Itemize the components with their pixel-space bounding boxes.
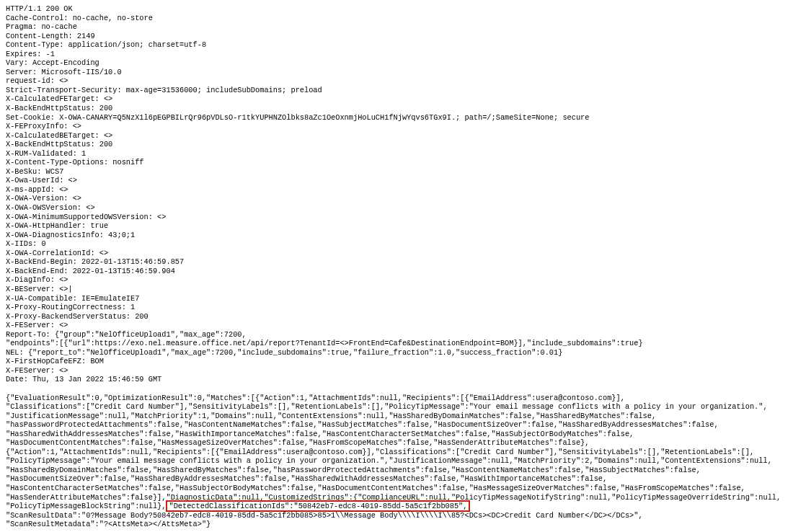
json-body-after: "ScanResultData":"0?Message Body?50842eb… (6, 511, 643, 529)
http-headers-block: Cache-Control: no-cache, no-store Pragma… (6, 14, 643, 384)
http-response-text: HTTP/1.1 200 OK Cache-Control: no-cache,… (0, 0, 793, 532)
json-body-before: {"EvaluationResult":0,"OptimizationResul… (6, 394, 781, 511)
http-status-line: HTTP/1.1 200 OK (6, 4, 73, 13)
